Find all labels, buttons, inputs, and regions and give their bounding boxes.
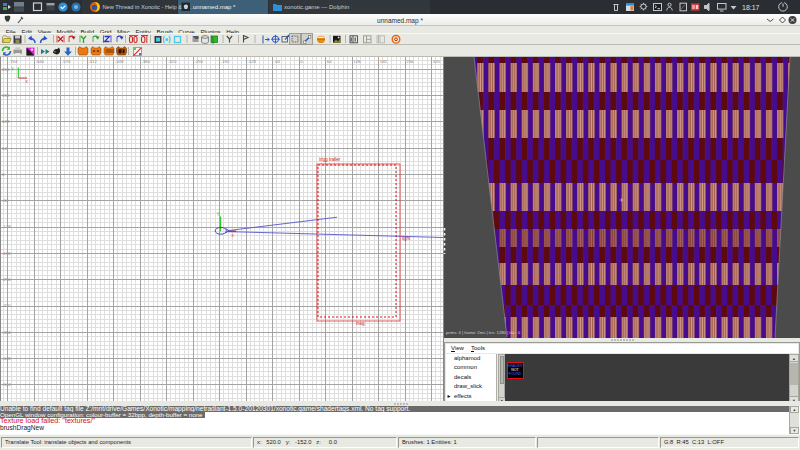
svg-text:-384: -384 [141,59,150,64]
svg-text:-448: -448 [115,59,124,64]
svg-text:-448: -448 [2,356,11,361]
svg-text:-192: -192 [221,59,230,64]
svg-text:unnamed.map *: unnamed.map * [193,4,236,10]
svg-text:-64: -64 [274,59,281,64]
svg-text:-704: -704 [9,59,18,64]
svg-text:0: 0 [300,59,303,64]
svg-text:-576: -576 [62,59,71,64]
svg-text:-512: -512 [2,382,11,387]
svg-text:-320: -320 [2,303,11,308]
svg-text:320: 320 [433,59,441,64]
svg-text:-128: -128 [247,59,256,64]
svg-text:-64: -64 [2,198,9,203]
svg-text:64: 64 [327,59,332,64]
svg-text:18:17: 18:17 [742,4,760,11]
svg-text:-320: -320 [168,59,177,64]
svg-text:unnamed.map *: unnamed.map * [377,17,423,25]
svg-text:prims: 4 | frame: 2ms | tris:: prims: 4 | frame: 2ms | tris: 1280 | t&c… [446,330,521,335]
svg-text:-192: -192 [2,251,11,256]
svg-text:-384: -384 [2,330,11,335]
svg-text:xonotic.game — Dolphin: xonotic.game — Dolphin [284,4,349,10]
svg-text:64: 64 [2,146,7,151]
svg-text:Y: Y [217,212,220,217]
svg-text:256: 256 [2,67,10,72]
svg-text:128: 128 [353,59,361,64]
svg-text:trigg trailer: trigg trailer [319,157,341,162]
svg-text:Y: Y [11,67,14,72]
svg-text:-128: -128 [2,224,11,229]
svg-text:light: light [402,236,411,241]
svg-text:-640: -640 [35,59,44,64]
svg-text:x: x [232,233,235,238]
svg-text:-256: -256 [2,277,11,282]
svg-text:192: 192 [2,93,10,98]
svg-text:192: 192 [380,59,388,64]
svg-text:-512: -512 [88,59,97,64]
svg-text:-256: -256 [194,59,203,64]
svg-text:msg: msg [356,321,365,326]
svg-text:New Thread in Xonotic - Help &: New Thread in Xonotic - Help & Tr... [103,4,194,10]
svg-text:256: 256 [406,59,414,64]
svg-text:128: 128 [2,119,10,124]
